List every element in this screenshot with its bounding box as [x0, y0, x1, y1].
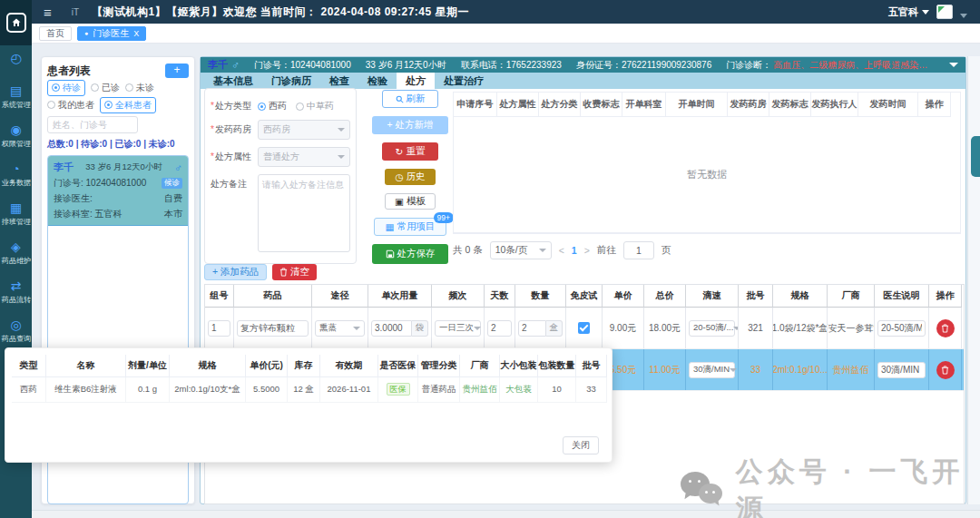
save-prescription-button[interactable]: 处方保存 — [372, 244, 448, 264]
filter-all-patients[interactable]: 全科患者 — [100, 97, 156, 113]
tab-outpatient-doctor[interactable]: ● 门诊医生 X — [77, 26, 146, 41]
trash-icon — [941, 366, 949, 375]
route-select[interactable]: 熏蒸 — [315, 320, 365, 337]
sidebar-item-dashboard[interactable]: ◴ — [10, 51, 21, 65]
tab-home[interactable]: 首页 — [39, 26, 72, 41]
patient-card[interactable]: 李千 33 岁6 月12天0小时 ♂ 门诊号: 102404081000 候诊 … — [48, 156, 188, 226]
clear-drugs-button[interactable]: 清空 — [272, 264, 317, 280]
sidebar-item-drug-circulation[interactable]: ⇄ 药品流转 — [1, 279, 32, 306]
add-drug-button[interactable]: + 添加药品 — [204, 264, 267, 280]
avatar[interactable] — [936, 5, 953, 19]
department-selector[interactable]: 五官科 — [888, 5, 929, 19]
filter-seen[interactable]: 已诊 — [91, 82, 120, 94]
column-header: 操作 — [918, 93, 951, 117]
group-input[interactable] — [208, 320, 230, 337]
topbar-right: 五官科 — [888, 5, 967, 19]
rx-type-herbal[interactable]: 中草药 — [296, 100, 334, 112]
page-size-value: 10条/页 — [495, 244, 528, 257]
tab-close-icon[interactable]: X — [133, 29, 139, 38]
tab-medical-record[interactable]: 门诊病历 — [262, 73, 320, 89]
rx-note-textarea[interactable] — [258, 174, 350, 252]
column-header: 管理分类 — [418, 355, 460, 377]
radio-icon — [52, 83, 60, 92]
add-patient-button[interactable]: + — [165, 64, 189, 78]
drip-speed-select[interactable]: 20-50滴/... — [689, 320, 735, 337]
new-prescription-button[interactable]: + 处方新增 — [372, 116, 448, 134]
total-price: 18.00元 — [644, 308, 686, 348]
chevron-down-icon[interactable] — [949, 63, 958, 67]
popup-close-button[interactable]: 关闭 — [563, 436, 599, 454]
frequency-select[interactable]: 一日三次 — [435, 320, 481, 337]
common-items-button[interactable]: ▦ 常用项目 99+ — [374, 218, 446, 236]
sidebar-item-drug-query[interactable]: ◎ 药品查询 — [1, 318, 32, 345]
column-header: 免皮试 — [566, 285, 603, 308]
column-header: 组号 — [205, 285, 234, 308]
column-header: 频次 — [432, 285, 485, 308]
next-page-button[interactable]: > — [584, 245, 590, 256]
text-size-icon[interactable]: iT — [72, 7, 79, 17]
refresh-button[interactable]: 刷新 — [382, 90, 438, 108]
drug-name-input[interactable] — [237, 320, 309, 337]
goto-page-input[interactable] — [623, 241, 654, 259]
page-size-select[interactable]: 10条/页 — [490, 241, 552, 259]
page-number[interactable]: 1 — [572, 245, 577, 256]
rx-type-western[interactable]: 西药 — [258, 100, 287, 112]
drip-speed-value: 20-50滴/... — [693, 322, 733, 334]
popup-table-row[interactable]: 西药 维生素B6注射液 0.1 g 2ml:0.1g/10支*盒 5.5000 … — [12, 377, 605, 403]
patient-header-bar: 李千 ♂ 门诊号：102404081000 33 岁6 月12天0小时 联系电话… — [201, 57, 965, 73]
business-data-icon: ◔ — [12, 161, 19, 176]
column-header: 医生说明 — [875, 285, 929, 308]
tab-basic-info[interactable]: 基本信息 — [204, 73, 262, 89]
user-menu-caret-icon[interactable] — [960, 14, 967, 18]
quantity-input[interactable] — [518, 320, 546, 337]
hamburger-menu-icon[interactable]: ≡ — [44, 5, 52, 20]
drip-speed-select[interactable]: 30滴/MIN — [689, 362, 735, 378]
insurance-badge: 医保 — [387, 383, 410, 396]
sidebar-item-label: 药品查询 — [1, 334, 30, 344]
tab-prescription[interactable]: 处方 — [397, 73, 435, 89]
doctor-note-input[interactable] — [877, 320, 926, 337]
reset-button[interactable]: ↻ 重置 — [382, 142, 438, 161]
days-input[interactable] — [487, 320, 512, 337]
male-icon: ♂ — [231, 59, 240, 72]
column-header: 批号 — [576, 355, 607, 377]
tab-treatment[interactable]: 处置治疗 — [435, 73, 493, 89]
filter-unseen[interactable]: 未诊 — [125, 82, 154, 94]
sidebar-item-business-data[interactable]: ◔ 业务数据 — [1, 161, 32, 189]
chevron-down-icon — [353, 327, 360, 330]
sidebar-item-permission[interactable]: ◉ 权限管理 — [1, 122, 32, 150]
save-icon — [386, 249, 395, 259]
filter-waiting[interactable]: 待诊 — [47, 80, 85, 96]
delete-row-button[interactable] — [936, 361, 955, 379]
rx-attr-select[interactable]: 普通处方 — [258, 147, 350, 167]
tab-examination[interactable]: 检查 — [320, 73, 358, 89]
app-root: ≡ iT 【测试机构1】【姬紫月】欢迎您 当前时间： 2024-04-08 09… — [0, 0, 980, 518]
template-button[interactable]: ▣ 模板 — [385, 193, 436, 210]
action-buttons: 刷新 + 处方新增 ↻ 重置 ◷ 历史 ▣ 模板 ▦ 常用项目 99+ — [371, 90, 449, 272]
column-header: 剂量/单位 — [126, 355, 170, 377]
dose-input[interactable] — [371, 320, 412, 337]
sidebar-item-drug-maintenance[interactable]: ◈ 药品维护 — [1, 239, 32, 267]
tab-lab-test[interactable]: 检验 — [358, 73, 397, 89]
home-button[interactable] — [0, 0, 32, 45]
sidebar-item-label: 药品维护 — [1, 256, 30, 266]
delete-row-button[interactable] — [936, 319, 955, 337]
pharmacy-select[interactable]: 西药房 — [258, 120, 350, 140]
drawer-handle[interactable] — [971, 136, 980, 177]
patient-search-input[interactable] — [47, 116, 138, 133]
doctor-note-input[interactable] — [877, 362, 926, 378]
filter-my-patients[interactable]: 我的患者 — [47, 99, 94, 112]
empty-table-message: 暂无数据 — [454, 117, 960, 233]
history-button[interactable]: ◷ 历史 — [385, 169, 436, 185]
skin-test-checkbox[interactable] — [578, 322, 590, 334]
home-icon — [6, 13, 26, 33]
trash-icon — [941, 324, 949, 333]
button-label: 历史 — [407, 171, 426, 183]
sidebar-item-system[interactable]: ▤ 系统管理 — [1, 83, 32, 111]
prev-page-button[interactable]: < — [559, 245, 564, 256]
sidebar-item-label: 业务数据 — [1, 178, 30, 188]
column-header: 单价(元) — [246, 355, 288, 377]
sidebar-item-scheduling[interactable]: ▦ 排班管理 — [1, 200, 32, 228]
button-label: 重置 — [406, 145, 425, 158]
chevron-down-icon — [474, 327, 481, 330]
